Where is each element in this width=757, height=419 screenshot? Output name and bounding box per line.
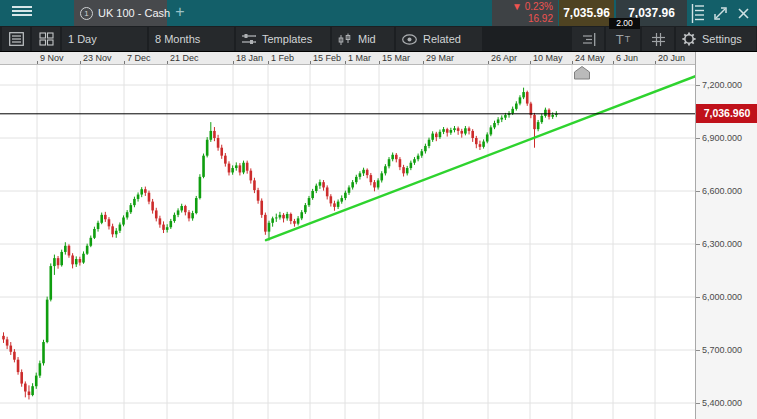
- menu-icon[interactable]: [12, 6, 32, 20]
- candle-body: [253, 180, 256, 190]
- candle-body: [271, 218, 274, 222]
- candle-body: [20, 372, 23, 383]
- candle-body: [413, 159, 416, 163]
- close-icon[interactable]: [737, 7, 750, 20]
- candle-body: [188, 212, 191, 218]
- candle-body: [140, 189, 143, 194]
- top-bar: 1 UK 100 - Cash + ▼ 0.23% 16.92 7,035.96…: [0, 0, 757, 26]
- candle-body: [526, 92, 529, 103]
- candle-body: [260, 201, 263, 215]
- x-tick-label: 1 Mar: [348, 53, 371, 63]
- y-tick-label: 7,200.000: [702, 80, 742, 90]
- x-tick-label: 24 May: [575, 53, 605, 63]
- watchlist-panel-button[interactable]: [2, 27, 30, 51]
- date-axis[interactable]: 9 Nov23 Nov7 Dec21 Dec18 Jan1 Feb15 Feb1…: [0, 52, 695, 65]
- candle-type-icon: [338, 33, 352, 46]
- change-points: 16.92: [528, 13, 553, 25]
- chart-canvas[interactable]: [0, 65, 695, 419]
- candle-body: [213, 131, 216, 138]
- y-tick-mark: [696, 403, 700, 404]
- sell-button[interactable]: 7,035.96: [559, 0, 614, 26]
- candle-body: [46, 300, 49, 342]
- candle-body: [551, 115, 554, 117]
- candle-body: [242, 163, 245, 173]
- expand-icon[interactable]: [713, 6, 728, 21]
- date-marker[interactable]: [575, 67, 590, 80]
- candle-body: [293, 221, 296, 224]
- candle-body: [217, 138, 220, 148]
- text-tool-button[interactable]: T T: [606, 27, 640, 51]
- candle-body: [279, 215, 282, 218]
- candle-body: [191, 213, 194, 218]
- candle-body: [348, 187, 351, 192]
- range-label: 8 Months: [155, 33, 200, 45]
- related-button[interactable]: Related: [396, 27, 482, 51]
- related-label: Related: [423, 33, 461, 45]
- candle-body: [511, 109, 514, 113]
- chart-type-label: Mid: [358, 33, 376, 45]
- candle-body: [39, 363, 42, 375]
- candle-body: [286, 214, 289, 218]
- x-tick-mark: [167, 61, 168, 64]
- candle-body: [450, 130, 453, 133]
- timeframe-dropdown[interactable]: 1 Day: [62, 27, 147, 51]
- grid-toggle-button[interactable]: [642, 27, 674, 51]
- price-axis[interactable]: 7,200.0006,900.0006,600.0006,300.0006,00…: [695, 52, 757, 419]
- x-tick-mark: [613, 61, 614, 64]
- candle-body: [391, 155, 394, 159]
- eye-icon: [402, 34, 417, 45]
- x-tick-label: 23 Nov: [83, 53, 112, 63]
- x-tick-mark: [37, 61, 38, 64]
- instrument-tab[interactable]: 1 UK 100 - Cash: [74, 0, 167, 26]
- ladder-icon[interactable]: [691, 4, 706, 23]
- candle-body: [79, 259, 82, 263]
- grid-layout-icon: [39, 32, 54, 46]
- chart-type-dropdown[interactable]: Mid: [332, 27, 394, 51]
- candle-body: [199, 177, 202, 198]
- x-tick-label: 9 Nov: [40, 53, 64, 63]
- console-button[interactable]: [572, 27, 604, 51]
- candle-body: [159, 218, 162, 224]
- price-chart[interactable]: [0, 65, 695, 419]
- change-percent: ▼ 0.23%: [512, 1, 553, 13]
- candle-body: [504, 115, 507, 118]
- candle-body: [337, 202, 340, 207]
- candle-body: [359, 173, 362, 177]
- candle-body: [300, 212, 303, 218]
- instrument-title: UK 100 - Cash: [98, 7, 170, 19]
- templates-button[interactable]: Templates: [236, 27, 330, 51]
- chart-toolbar: 1 Day 8 Months Templates Mid Related: [0, 26, 757, 52]
- x-tick-label: 7 Dec: [127, 53, 151, 63]
- candle-body: [239, 165, 242, 172]
- range-dropdown[interactable]: 8 Months: [149, 27, 234, 51]
- settings-button[interactable]: Settings: [676, 27, 756, 51]
- y-tick-label: 6,900.000: [702, 133, 742, 143]
- price-change: ▼ 0.23% 16.92: [492, 0, 558, 26]
- candle-body: [399, 159, 402, 167]
- layout-button[interactable]: [32, 27, 60, 51]
- candle-body: [431, 134, 434, 140]
- candle-body: [435, 134, 438, 138]
- candle-body: [264, 215, 267, 232]
- templates-label: Templates: [262, 33, 312, 45]
- candle-body: [71, 255, 74, 264]
- candle-body: [479, 144, 482, 147]
- add-tab-button[interactable]: +: [170, 2, 190, 22]
- candle-body: [166, 227, 169, 230]
- candle-body: [60, 252, 63, 265]
- candle-body: [453, 128, 456, 130]
- x-tick-mark: [124, 61, 125, 64]
- candle-body: [133, 199, 136, 205]
- trendline[interactable]: [266, 76, 695, 240]
- x-tick-mark: [80, 61, 81, 64]
- x-tick-mark: [655, 61, 656, 64]
- candle-body: [100, 215, 103, 223]
- candle-body: [119, 225, 122, 231]
- y-tick-label: 5,400.000: [702, 398, 742, 408]
- candle-body: [388, 159, 391, 166]
- candle-body: [486, 134, 489, 141]
- candle-body: [410, 163, 413, 168]
- candle-body: [482, 142, 485, 147]
- candle-body: [184, 206, 187, 212]
- y-tick-label: 5,700.000: [702, 345, 742, 355]
